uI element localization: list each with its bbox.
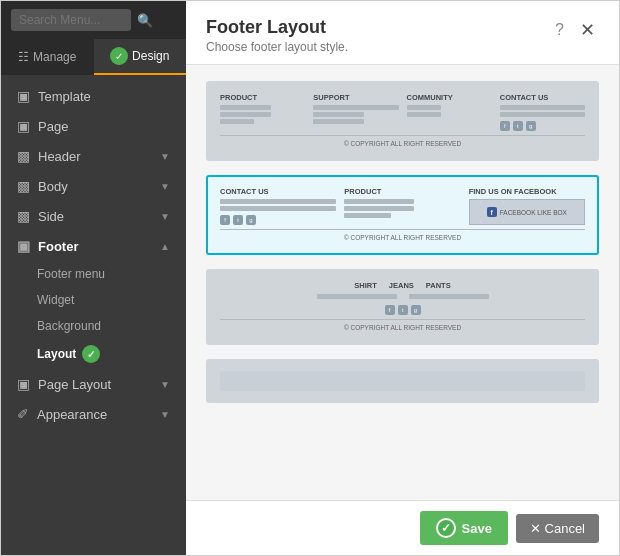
tw-icon: t <box>513 121 523 131</box>
design-check-icon: ✓ <box>110 47 128 65</box>
layout-label: Layout <box>37 347 76 361</box>
layout1-social: f t g <box>500 121 585 131</box>
cancel-button[interactable]: ✕ Cancel <box>516 514 599 543</box>
sidebar-item-header[interactable]: ▩ Header ▼ <box>1 141 186 171</box>
sidebar: 🔍 ☷ Manage ✓ Design ▣ Template ▣ Page <box>1 1 186 555</box>
search-input[interactable] <box>11 9 131 31</box>
side-chevron-icon: ▼ <box>160 211 170 222</box>
layout-2-preview: CONTACT US f t g PRODUCT <box>220 187 585 243</box>
dialog-actions: ? ✕ <box>551 17 599 43</box>
footer-menu-label: Footer menu <box>37 267 105 281</box>
sidebar-item-page[interactable]: ▣ Page <box>1 111 186 141</box>
layout3-social: f t g <box>220 305 585 315</box>
sidebar-item-background[interactable]: Background <box>1 313 186 339</box>
appearance-icon: ✐ <box>17 406 29 422</box>
fb-icon2: f <box>220 215 230 225</box>
save-label: Save <box>462 521 492 536</box>
gp-icon: g <box>526 121 536 131</box>
side-icon: ▩ <box>17 208 30 224</box>
layout-1-preview: PRODUCT SUPPORT COMMUNITY <box>220 93 585 149</box>
sidebar-item-header-label: Header <box>38 149 81 164</box>
save-check-icon: ✓ <box>436 518 456 538</box>
sidebar-item-appearance[interactable]: ✐ Appearance ▼ <box>1 399 186 429</box>
tw-icon2: t <box>233 215 243 225</box>
sidebar-nav: ▣ Template ▣ Page ▩ Header ▼ ▩ Body ▼ ▩ … <box>1 75 186 555</box>
sidebar-item-appearance-label: Appearance <box>37 407 107 422</box>
body-icon: ▩ <box>17 178 30 194</box>
sidebar-search-area: 🔍 <box>1 1 186 39</box>
page-icon: ▣ <box>17 118 30 134</box>
close-button[interactable]: ✕ <box>576 17 599 43</box>
header-chevron-icon: ▼ <box>160 151 170 162</box>
tw-icon3: t <box>398 305 408 315</box>
tab-manage-label: Manage <box>33 50 76 64</box>
sidebar-item-body-label: Body <box>38 179 68 194</box>
help-button[interactable]: ? <box>551 19 568 41</box>
layout-4-preview <box>220 371 585 391</box>
sidebar-item-side-label: Side <box>38 209 64 224</box>
dialog-title-area: Footer Layout Choose footer layout style… <box>206 17 551 54</box>
layout-option-1[interactable]: PRODUCT SUPPORT COMMUNITY <box>206 81 599 161</box>
sidebar-item-footer-label: Footer <box>38 239 78 254</box>
tab-manage[interactable]: ☷ Manage <box>1 39 94 75</box>
sidebar-item-footer-menu[interactable]: Footer menu <box>1 261 186 287</box>
layout3-copyright: © COPYRIGHT ALL RIGHT RESERVED <box>220 319 585 333</box>
layout-3-preview: SHIRT JEANS PANTS f t g © COPYRIGHT ALL … <box>220 281 585 333</box>
footer-chevron-icon: ▲ <box>160 241 170 252</box>
sidebar-item-body[interactable]: ▩ Body ▼ <box>1 171 186 201</box>
template-icon: ▣ <box>17 88 30 104</box>
tab-design-label: Design <box>132 49 169 63</box>
footer-icon: ▣ <box>17 238 30 254</box>
sidebar-tabs: ☷ Manage ✓ Design <box>1 39 186 75</box>
fb-icon3: f <box>385 305 395 315</box>
sidebar-item-page-layout[interactable]: ▣ Page Layout ▼ <box>1 369 186 399</box>
sidebar-item-side[interactable]: ▩ Side ▼ <box>1 201 186 231</box>
tab-design[interactable]: ✓ Design <box>94 39 187 75</box>
page-layout-chevron-icon: ▼ <box>160 379 170 390</box>
sidebar-item-template[interactable]: ▣ Template <box>1 81 186 111</box>
dialog-subtitle: Choose footer layout style. <box>206 40 551 54</box>
header-icon: ▩ <box>17 148 30 164</box>
appearance-chevron-icon: ▼ <box>160 409 170 420</box>
layout2-copyright: © COPYRIGHT ALL RIGHT RESERVED <box>220 229 585 243</box>
widget-label: Widget <box>37 293 74 307</box>
body-chevron-icon: ▼ <box>160 181 170 192</box>
search-icon: 🔍 <box>137 13 153 28</box>
sidebar-item-page-layout-label: Page Layout <box>38 377 111 392</box>
save-button[interactable]: ✓ Save <box>420 511 508 545</box>
dialog-footer: ✓ Save ✕ Cancel <box>186 500 619 555</box>
page-layout-icon: ▣ <box>17 376 30 392</box>
layout-check-icon: ✓ <box>82 345 100 363</box>
layout-option-4[interactable] <box>206 359 599 403</box>
manage-icon: ☷ <box>18 50 29 64</box>
gp-icon3: g <box>411 305 421 315</box>
layout-options: PRODUCT SUPPORT COMMUNITY <box>186 65 619 500</box>
gp-icon2: g <box>246 215 256 225</box>
sidebar-item-template-label: Template <box>38 89 91 104</box>
layout2-social: f t g <box>220 215 336 225</box>
layout1-copyright: © COPYRIGHT ALL RIGHT RESERVED <box>220 135 585 149</box>
dialog-title: Footer Layout <box>206 17 551 38</box>
fb-icon: f <box>500 121 510 131</box>
layout-option-2[interactable]: CONTACT US f t g PRODUCT <box>206 175 599 255</box>
sidebar-item-page-label: Page <box>38 119 68 134</box>
dialog-header: Footer Layout Choose footer layout style… <box>186 1 619 65</box>
sidebar-item-footer[interactable]: ▣ Footer ▲ <box>1 231 186 261</box>
main-content: Footer Layout Choose footer layout style… <box>186 1 619 555</box>
background-label: Background <box>37 319 101 333</box>
facebook-like-box: f FACEBOOK LIKE BOX <box>469 199 585 225</box>
sidebar-item-layout[interactable]: Layout ✓ <box>1 339 186 369</box>
fb-like-icon: f <box>487 207 497 217</box>
layout-option-3[interactable]: SHIRT JEANS PANTS f t g © COPYRIGHT ALL … <box>206 269 599 345</box>
sidebar-item-widget[interactable]: Widget <box>1 287 186 313</box>
